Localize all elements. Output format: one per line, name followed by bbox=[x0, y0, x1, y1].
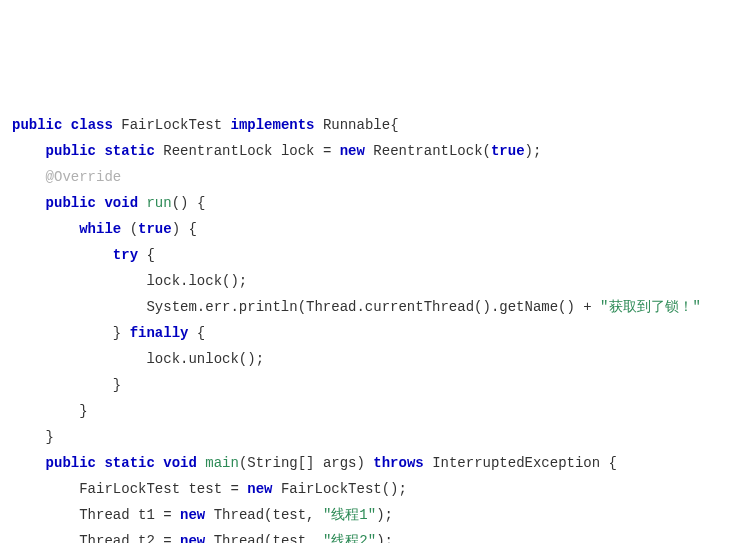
code-token: try bbox=[113, 247, 138, 263]
code-token: } bbox=[12, 377, 121, 393]
code-token: implements bbox=[230, 117, 314, 133]
code-token: { bbox=[138, 247, 155, 263]
code-token: (); bbox=[382, 481, 407, 497]
code-token: ) { bbox=[172, 221, 197, 237]
code-token bbox=[12, 221, 79, 237]
code-token: (test, bbox=[264, 533, 323, 543]
code-token: t2 = bbox=[130, 533, 180, 543]
code-token: true bbox=[138, 221, 172, 237]
code-token: ); bbox=[376, 533, 393, 543]
code-token bbox=[62, 117, 70, 133]
code-token: ); bbox=[376, 507, 393, 523]
code-token bbox=[205, 507, 213, 523]
code-token: public bbox=[46, 143, 96, 159]
code-token: { bbox=[188, 325, 205, 341]
code-token: (test, bbox=[264, 507, 323, 523]
code-token bbox=[12, 455, 46, 471]
code-token bbox=[12, 195, 46, 211]
code-token: Thread bbox=[214, 507, 264, 523]
code-token: Runnable bbox=[323, 117, 390, 133]
code-token bbox=[424, 455, 432, 471]
code-line: } bbox=[12, 424, 720, 450]
code-token: () { bbox=[172, 195, 206, 211]
code-line: lock.unlock(); bbox=[12, 346, 720, 372]
code-token: "线程2" bbox=[323, 533, 376, 543]
code-token: { bbox=[600, 455, 617, 471]
code-token: ( bbox=[121, 221, 138, 237]
code-token: lock.lock(); bbox=[12, 273, 247, 289]
code-token bbox=[12, 169, 46, 185]
code-token: test = bbox=[180, 481, 247, 497]
code-token: lock = bbox=[272, 143, 339, 159]
code-token: void bbox=[104, 195, 138, 211]
code-token: main bbox=[205, 455, 239, 471]
code-token bbox=[205, 533, 213, 543]
code-line: try { bbox=[12, 242, 720, 268]
code-line: public class FairLockTest implements Run… bbox=[12, 112, 720, 138]
code-token: new bbox=[180, 533, 205, 543]
code-token bbox=[12, 507, 79, 523]
code-line: @Override bbox=[12, 164, 720, 190]
code-token: System.err.println(Thread.currentThread(… bbox=[12, 299, 600, 315]
code-token: new bbox=[247, 481, 272, 497]
code-token: void bbox=[163, 455, 197, 471]
code-line: System.err.println(Thread.currentThread(… bbox=[12, 294, 720, 320]
code-token: throws bbox=[373, 455, 423, 471]
code-token: "线程1" bbox=[323, 507, 376, 523]
code-token: ReentrantLock bbox=[163, 143, 272, 159]
code-token bbox=[315, 117, 323, 133]
code-token: new bbox=[180, 507, 205, 523]
code-token bbox=[113, 117, 121, 133]
code-line: lock.lock(); bbox=[12, 268, 720, 294]
code-token: } bbox=[12, 403, 88, 419]
code-token bbox=[12, 533, 79, 543]
code-token: ReentrantLock bbox=[373, 143, 482, 159]
code-token: "获取到了锁！" bbox=[600, 299, 701, 315]
code-token bbox=[12, 247, 113, 263]
code-token: FairLockTest bbox=[79, 481, 180, 497]
code-token: static bbox=[104, 455, 154, 471]
code-token: run bbox=[146, 195, 171, 211]
code-token: true bbox=[491, 143, 525, 159]
code-token: new bbox=[340, 143, 365, 159]
code-token bbox=[12, 143, 46, 159]
code-line: } finally { bbox=[12, 320, 720, 346]
code-line: public static ReentrantLock lock = new R… bbox=[12, 138, 720, 164]
code-token: { bbox=[390, 117, 398, 133]
code-line: public static void main(String[] args) t… bbox=[12, 450, 720, 476]
code-token: } bbox=[12, 325, 130, 341]
code-token: InterruptedException bbox=[432, 455, 600, 471]
code-token bbox=[155, 455, 163, 471]
code-line: } bbox=[12, 398, 720, 424]
code-block: public class FairLockTest implements Run… bbox=[12, 112, 720, 543]
code-token: static bbox=[104, 143, 154, 159]
code-token: while bbox=[79, 221, 121, 237]
code-token: public bbox=[12, 117, 62, 133]
code-token: (String[] args) bbox=[239, 455, 373, 471]
code-line: Thread t1 = new Thread(test, "线程1"); bbox=[12, 502, 720, 528]
code-token: @Override bbox=[46, 169, 122, 185]
code-token: Thread bbox=[214, 533, 264, 543]
code-token: Thread bbox=[79, 533, 129, 543]
code-token: FairLockTest bbox=[121, 117, 222, 133]
code-token: FairLockTest bbox=[281, 481, 382, 497]
code-line: Thread t2 = new Thread(test, "线程2"); bbox=[12, 528, 720, 543]
code-line: } bbox=[12, 372, 720, 398]
code-token: ); bbox=[525, 143, 542, 159]
code-token: class bbox=[71, 117, 113, 133]
code-token: ( bbox=[483, 143, 491, 159]
code-token: finally bbox=[130, 325, 189, 341]
code-token bbox=[272, 481, 280, 497]
code-line: public void run() { bbox=[12, 190, 720, 216]
code-line: while (true) { bbox=[12, 216, 720, 242]
code-token: public bbox=[46, 455, 96, 471]
code-token: public bbox=[46, 195, 96, 211]
code-token bbox=[155, 143, 163, 159]
code-line: FairLockTest test = new FairLockTest(); bbox=[12, 476, 720, 502]
code-token: t1 = bbox=[130, 507, 180, 523]
code-token: } bbox=[12, 429, 54, 445]
code-token: Thread bbox=[79, 507, 129, 523]
code-token: lock.unlock(); bbox=[12, 351, 264, 367]
code-token bbox=[12, 481, 79, 497]
